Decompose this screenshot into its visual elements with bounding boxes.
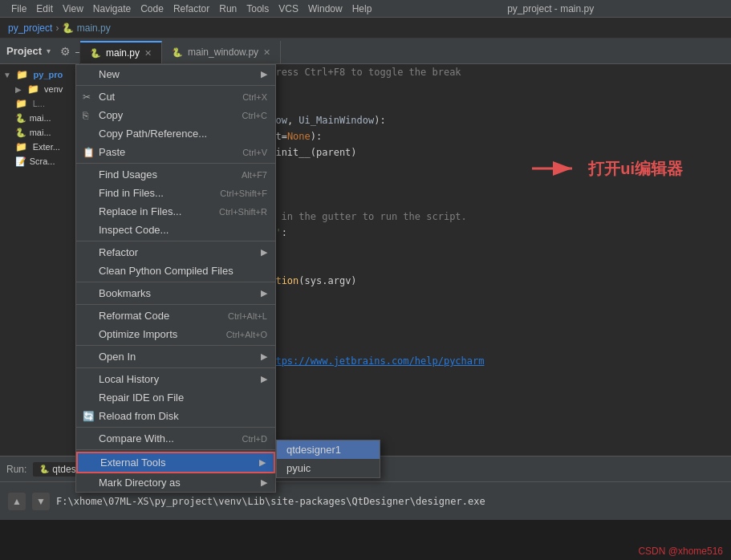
- menu-item-reformat-label: Reformat Code: [99, 310, 169, 322]
- tree-view: ▼ 📁 py_pro ▶ 📁 venv 📁 L... 🐍 mai...: [0, 64, 79, 456]
- menu-item-optimize-imports-label: Optimize Imports: [99, 328, 177, 340]
- gear-icon[interactable]: ⚙: [60, 45, 71, 58]
- menu-item-paste-label: Paste: [99, 146, 125, 158]
- menu-help[interactable]: Help: [352, 3, 372, 14]
- menu-item-replace-files-label: Replace in Files...: [99, 205, 181, 217]
- submenu-item-pyuic[interactable]: pyuic: [277, 459, 380, 477]
- menu-item-new[interactable]: New ▶: [76, 65, 275, 83]
- menu-item-replace-files[interactable]: Replace in Files... Ctrl+Shift+R: [76, 202, 275, 221]
- open-in-arrow-icon: ▶: [261, 351, 267, 362]
- tree-item-main1[interactable]: 🐍 mai...: [0, 111, 79, 125]
- menu-item-cut[interactable]: ✂ Cut Ctrl+X: [76, 87, 275, 106]
- menu-item-refactor[interactable]: Refactor ▶: [76, 243, 275, 262]
- breadcrumb-sep: ›: [55, 22, 59, 34]
- nav-up-button[interactable]: ▲: [8, 493, 26, 510]
- tab-close-main[interactable]: ✕: [144, 48, 152, 59]
- refactor-arrow-icon: ▶: [261, 247, 267, 258]
- menu-view[interactable]: View: [63, 3, 83, 14]
- menu-item-repair-ide-label: Repair IDE on File: [99, 392, 184, 404]
- local-history-arrow-icon: ▶: [261, 374, 267, 384]
- menu-item-compare-with[interactable]: Compare With... Ctrl+D: [76, 429, 275, 448]
- menu-item-copy-label: Copy: [99, 109, 123, 121]
- menu-item-optimize-imports[interactable]: Optimize Imports Ctrl+Alt+O: [76, 325, 275, 343]
- menu-item-cut-label: Cut: [99, 91, 115, 103]
- menu-edit[interactable]: Edit: [36, 3, 53, 14]
- menu-item-find-files-label: Find in Files...: [99, 187, 164, 199]
- menu-vcs[interactable]: VCS: [278, 3, 298, 14]
- paste-icon: 📋: [83, 147, 95, 158]
- separator-2: [76, 163, 275, 164]
- cut-shortcut: Ctrl+X: [242, 92, 267, 102]
- submenu-item-qtdesigner[interactable]: qtdesigner1: [277, 440, 380, 459]
- tree-item-pyproject[interactable]: ▼ 📁 py_pro: [0, 67, 79, 82]
- arrow-annotation: 打开ui编辑器: [532, 156, 683, 181]
- menu-item-reformat[interactable]: Reformat Code Ctrl+Alt+L: [76, 306, 275, 325]
- compare-with-shortcut: Ctrl+D: [242, 434, 267, 444]
- red-arrow-icon: [532, 156, 580, 181]
- menu-item-bookmarks[interactable]: Bookmarks ▶: [76, 284, 275, 302]
- breadcrumb: py_project › 🐍 main.py: [0, 18, 731, 39]
- menu-item-open-in-label: Open In: [99, 351, 136, 363]
- reformat-shortcut: Ctrl+Alt+L: [228, 311, 267, 321]
- menu-tools[interactable]: Tools: [246, 3, 269, 14]
- menu-item-mark-directory[interactable]: Mark Directory as ▶: [76, 473, 275, 492]
- project-chevron-icon[interactable]: ▾: [47, 47, 51, 55]
- run-label: Run:: [6, 464, 26, 475]
- project-toolbar: Project ▾ ⚙ —: [0, 39, 79, 64]
- menu-item-reload-disk-label: Reload from Disk: [99, 410, 179, 422]
- menu-item-external-tools[interactable]: External Tools ▶: [76, 452, 275, 473]
- nav-down-button[interactable]: ▼: [32, 493, 50, 510]
- menu-item-find-usages-label: Find Usages: [99, 168, 157, 181]
- menu-item-clean-python[interactable]: Clean Python Compiled Files: [76, 262, 275, 280]
- bookmarks-arrow-icon: ▶: [261, 288, 267, 298]
- menu-item-paste[interactable]: 📋 Paste Ctrl+V: [76, 143, 275, 161]
- breadcrumb-project[interactable]: py_project: [8, 22, 52, 34]
- tree-item-main2[interactable]: 🐍 mai...: [0, 125, 79, 140]
- copy-shortcut: Ctrl+C: [242, 111, 267, 120]
- menu-item-copy-path[interactable]: Copy Path/Reference...: [76, 124, 275, 143]
- menu-item-reload-disk[interactable]: 🔄 Reload from Disk: [76, 407, 275, 425]
- separator-3: [76, 241, 275, 241]
- menu-item-mark-directory-label: Mark Directory as: [99, 477, 181, 489]
- annotation-label: 打开ui编辑器: [588, 158, 683, 180]
- find-files-shortcut: Ctrl+Shift+F: [220, 189, 267, 198]
- menu-refactor[interactable]: Refactor: [173, 3, 209, 14]
- menu-window[interactable]: Window: [308, 3, 343, 14]
- menu-item-find-usages[interactable]: Find Usages Alt+F7: [76, 165, 275, 184]
- tree-item-l[interactable]: 📁 L...: [0, 96, 79, 111]
- menu-item-external-tools-label: External Tools: [100, 457, 165, 469]
- menu-item-clean-python-label: Clean Python Compiled Files: [99, 265, 234, 277]
- status-path: F:\xhome\07ML-XS\py_project\venv\Lib\sit…: [56, 496, 485, 507]
- menu-run[interactable]: Run: [219, 3, 237, 14]
- menu-navigate[interactable]: Navigate: [93, 3, 131, 14]
- tabs-bar: 🐍 main.py ✕ 🐍 main_window.py ✕: [80, 39, 731, 64]
- separator-9: [76, 449, 275, 450]
- mark-directory-arrow-icon: ▶: [261, 477, 267, 488]
- menu-item-new-label: New: [99, 68, 120, 80]
- separator-7: [76, 367, 275, 368]
- tab-close-mainwindow[interactable]: ✕: [263, 47, 270, 58]
- tree-item-external[interactable]: 📁 Exter...: [0, 140, 79, 154]
- tab-mainwindowpy[interactable]: 🐍 main_window.py ✕: [162, 41, 281, 63]
- paste-shortcut: Ctrl+V: [242, 148, 267, 157]
- menu-item-copy[interactable]: ⎘ Copy Ctrl+C: [76, 106, 275, 124]
- tree-item-venv[interactable]: ▶ 📁 venv: [0, 82, 79, 96]
- menu-item-local-history[interactable]: Local History ▶: [76, 370, 275, 388]
- csdn-watermark: CSDN @xhome516: [638, 546, 723, 557]
- tree-item-scratch[interactable]: 📝 Scra...: [0, 154, 79, 168]
- window-title: py_project - main.py: [381, 3, 720, 14]
- menu-file[interactable]: File: [11, 3, 26, 14]
- sidebar: Project ▾ ⚙ — ▼ 📁 py_pro ▶ 📁 venv 📁 L...: [0, 39, 80, 456]
- menu-item-open-in[interactable]: Open In ▶: [76, 347, 275, 366]
- menu-code[interactable]: Code: [140, 3, 164, 14]
- menu-item-repair-ide[interactable]: Repair IDE on File: [76, 388, 275, 407]
- tab-mainpy[interactable]: 🐍 main.py ✕: [80, 41, 162, 63]
- optimize-imports-shortcut: Ctrl+Alt+O: [226, 330, 267, 339]
- copy-icon: ⎘: [83, 110, 88, 121]
- separator-8: [76, 427, 275, 428]
- separator-1: [76, 85, 275, 86]
- menu-item-find-files[interactable]: Find in Files... Ctrl+Shift+F: [76, 184, 275, 202]
- menu-item-inspect-code[interactable]: Inspect Code...: [76, 221, 275, 239]
- new-submenu-arrow-icon: ▶: [261, 69, 267, 79]
- breadcrumb-file[interactable]: 🐍 main.py: [62, 22, 110, 34]
